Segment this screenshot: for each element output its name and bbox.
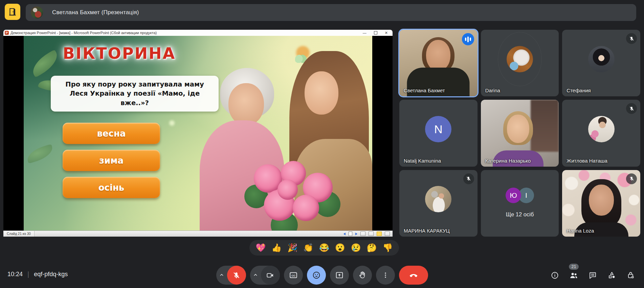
answer-option-zyma: зима (63, 150, 160, 171)
avatar (588, 46, 615, 72)
reaction-thinking[interactable]: 🤔 (367, 244, 377, 252)
chevron-up-icon (252, 272, 259, 278)
activities-panel-button[interactable] (607, 271, 616, 280)
answer-option-vesna: весна (63, 123, 160, 144)
participant-tile-overflow[interactable]: Ю І Ще 12 осіб (481, 170, 559, 237)
raise-hand-button[interactable] (353, 266, 372, 285)
mic-mute-button[interactable] (227, 266, 246, 285)
reaction-thumbs-up[interactable]: 👍 (271, 244, 282, 252)
present-button[interactable] (330, 266, 349, 285)
participant-tile-stefania[interactable]: Стефания (562, 30, 640, 96)
hand-icon (358, 271, 367, 280)
participant-tile-kateryna[interactable]: Катерина Назарько (481, 100, 559, 166)
normal-view-icon (360, 232, 365, 236)
slideshow-view-icon (377, 232, 382, 236)
close-icon: ✕ (385, 31, 388, 35)
participant-tile-darina[interactable]: Darina (481, 30, 559, 96)
more-options-button[interactable] (376, 266, 395, 285)
call-controls: CC (216, 266, 428, 285)
mic-control-group (216, 266, 246, 285)
presenter-avatar (31, 6, 43, 19)
leaf-decoration (25, 144, 54, 163)
bokeh-dot (169, 120, 175, 126)
reactions-bar: 💖 👍 🎉 👏 😂 😮 😢 🤔 👎 (249, 240, 399, 256)
participant-name: Катерина Назарько (485, 158, 531, 164)
menu-page-icon (349, 232, 352, 236)
participant-tile-maryna[interactable]: МАРИНА КАРАКУЦ (399, 170, 478, 237)
mic-muted-icon (626, 33, 637, 44)
reaction-party[interactable]: 🎉 (287, 244, 297, 252)
overflow-avatars: Ю І (506, 188, 534, 203)
avatar (425, 186, 451, 212)
participant-video (481, 100, 559, 166)
participant-tile-natalj[interactable]: N Natalj Kamunina (399, 100, 478, 166)
captions-button[interactable]: CC (284, 266, 303, 285)
slide-title: ВІКТОРИНА (54, 44, 184, 63)
ppt-window-title: Демонстрация PowerPoint - [мама] - Micro… (10, 31, 157, 35)
slide-counter: Слайд 21 из 30 (3, 231, 35, 237)
end-call-button[interactable] (399, 266, 428, 285)
next-slide-icon (355, 233, 357, 235)
mic-options-button[interactable] (216, 272, 227, 278)
question-box: Про яку пору року запитувала маму Леся У… (51, 76, 219, 112)
avatar (588, 116, 615, 142)
participant-tile-zhytlova[interactable]: Житлова Наташа (562, 100, 640, 166)
avatar-initial: N (425, 116, 451, 142)
participant-name: Darina (485, 88, 500, 93)
quiz-slide: ВІКТОРИНА Про яку пору року запитувала м… (24, 36, 372, 231)
reaction-clap[interactable]: 👏 (303, 244, 313, 252)
camera-toggle-button[interactable] (261, 266, 280, 285)
chevron-up-icon (219, 272, 225, 278)
mic-muted-icon (626, 103, 637, 114)
participant-tile-svetlana[interactable]: Светлана Бахмет (399, 30, 478, 96)
meet-window: Светлана Бахмет (Презентація) P Демонстр… (0, 0, 644, 288)
participant-name: Стефания (567, 88, 591, 93)
meet-logo (5, 4, 20, 20)
ppt-titlebar: P Демонстрация PowerPoint - [мама] - Mic… (3, 30, 393, 36)
meeting-details-button[interactable] (551, 271, 559, 280)
participant-name: Natalj Kamunina (404, 158, 441, 164)
overflow-count-label: Ще 12 осіб (506, 211, 534, 218)
presenter-name: Светлана Бахмет (Презентація) (52, 9, 139, 16)
avatar-initial: Ю (506, 188, 521, 203)
host-controls-button[interactable] (626, 271, 635, 280)
camera-icon (266, 271, 274, 280)
participant-count-badge: 21 (569, 264, 579, 270)
mic-muted-icon (463, 173, 474, 184)
powerpoint-icon: P (5, 31, 9, 35)
reaction-heart[interactable]: 💖 (256, 244, 266, 252)
answer-option-osin: осінь (63, 177, 160, 198)
reaction-cry[interactable]: 😢 (351, 244, 361, 252)
daughter-face (305, 71, 338, 115)
shared-screen-tile[interactable]: P Демонстрация PowerPoint - [мама] - Mic… (3, 30, 393, 237)
slide-sorter-icon (369, 232, 374, 236)
avatar (507, 46, 533, 72)
participants-panel-button[interactable]: 21 (570, 271, 578, 280)
reactions-button[interactable] (307, 266, 326, 285)
meta-divider: | (27, 270, 29, 278)
phone-hangup-icon (409, 270, 418, 280)
reaction-thumbs-down[interactable]: 👎 (382, 244, 393, 252)
chat-panel-button[interactable] (589, 271, 597, 280)
camera-control-group (250, 266, 280, 285)
meeting-meta: 10:24 | eqf-pfdq-kgs (7, 270, 68, 278)
participant-tile-hanna[interactable]: Hanna Loza (562, 170, 640, 237)
meeting-code: eqf-pfdq-kgs (34, 271, 68, 278)
reaction-laugh[interactable]: 😂 (319, 244, 329, 252)
smiley-icon (312, 271, 321, 280)
participant-name: Светлана Бахмет (404, 88, 445, 93)
reading-view-icon (385, 232, 390, 236)
minimize-icon: — (363, 31, 367, 35)
door-icon (8, 7, 17, 16)
info-icon (551, 271, 559, 280)
presenter-banner[interactable]: Светлана Бахмет (Презентація) (26, 4, 636, 21)
meeting-panels: 21 (551, 266, 635, 285)
mic-off-icon (232, 271, 241, 280)
slide-photo (196, 36, 372, 231)
ppt-status-bar: Слайд 21 из 30 (3, 231, 393, 237)
previous-slide-icon (343, 233, 346, 235)
reaction-surprised[interactable]: 😮 (335, 244, 345, 252)
camera-options-button[interactable] (250, 272, 261, 278)
mic-muted-icon (626, 173, 637, 184)
participants-grid: Светлана Бахмет Darina Стефания N Natalj… (399, 30, 640, 237)
